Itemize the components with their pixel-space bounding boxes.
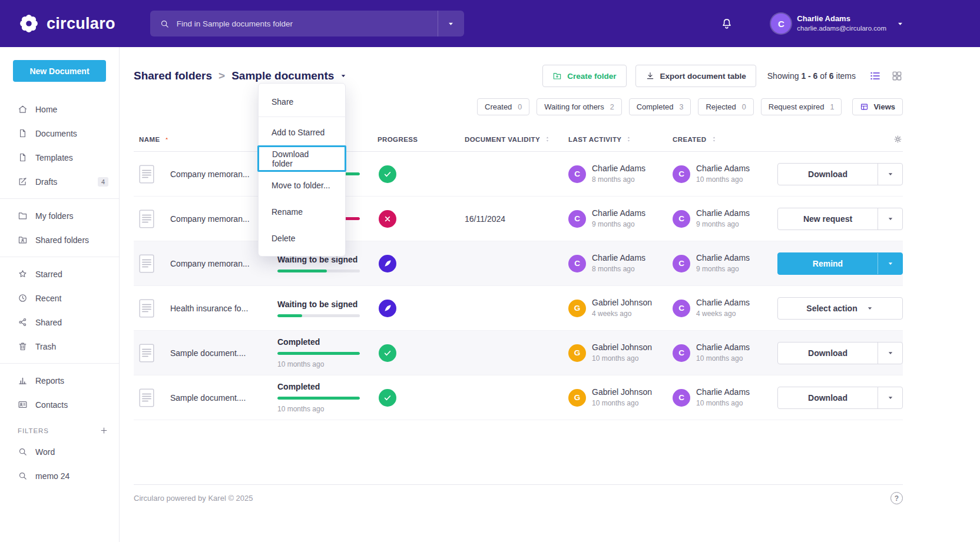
document-name: Company memoran... [170,169,250,179]
filter-chip-waiting-for-others[interactable]: Waiting for others 2 [537,98,621,115]
sidebar-item-contacts[interactable]: Contacts [0,393,119,417]
sidebar-item-reports[interactable]: Reports [0,368,119,393]
document-thumbnail-icon [139,344,154,363]
download-button[interactable]: Download [777,342,903,364]
menu-item-rename[interactable]: Rename [259,198,345,225]
person-name: Gabriel Johnson [592,343,652,353]
menu-item-move-to-folder[interactable]: Move to folder... [259,172,345,198]
time-ago: 9 months ago [696,220,750,228]
column-header-document-validity[interactable]: DOCUMENT VALIDITY [465,135,568,143]
saved-filter-word[interactable]: Word [0,440,119,464]
search-icon [160,19,170,29]
sidebar-item-shared-folders[interactable]: Shared folders [0,228,119,252]
time-ago: 9 months ago [592,220,645,228]
main-content: Shared folders > Sample documents Create… [120,47,980,542]
filter-chip-created[interactable]: Created 0 [477,98,529,115]
sidebar-item-shared[interactable]: Shared [0,310,119,334]
grid-view-toggle-icon[interactable] [891,70,903,82]
saved-filter-memo-24[interactable]: memo 24 [0,464,119,488]
new-request-button[interactable]: New request [777,208,903,230]
table-row[interactable]: Health insurance fo... Waiting to be sig… [134,286,903,331]
sidebar-divider [0,363,119,364]
breadcrumb-shared-folders[interactable]: Shared folders [134,69,212,82]
list-view-toggle-icon[interactable] [869,70,881,82]
brand-logo[interactable]: circularo [18,12,115,35]
sidebar-item-starred[interactable]: Starred [0,262,119,286]
column-header-last-activity[interactable]: LAST ACTIVITY [568,135,673,143]
document-thumbnail-icon [139,165,154,184]
sidebar-item-recent[interactable]: Recent [0,286,119,310]
action-dropdown-caret[interactable] [878,343,902,364]
download-button[interactable]: Download [777,387,903,409]
table-row[interactable]: Sample document.... Completed 10 months … [134,331,903,375]
person-name: Gabriel Johnson [592,298,652,308]
clock-icon [18,293,28,303]
sidebar-item-home[interactable]: Home [0,97,119,121]
action-dropdown-caret[interactable] [878,387,902,408]
time-ago: 10 months ago [696,354,750,363]
person-name: Charlie Adams [696,343,750,353]
sidebar-item-my-folders[interactable]: My folders [0,204,119,228]
progress-bar [277,314,360,317]
create-folder-button[interactable]: Create folder [542,65,626,87]
export-document-table-button[interactable]: Export document table [635,65,756,87]
sidebar-item-templates[interactable]: Templates [0,145,119,169]
sidebar-item-documents[interactable]: Documents [0,121,119,145]
avatar: G [568,389,586,407]
action-dropdown-caret[interactable] [878,164,902,185]
user-avatar: C [771,14,791,34]
user-menu[interactable]: C Charlie Adams charlie.adams@circularo.… [771,14,905,34]
share-icon [18,317,28,327]
sidebar-item-trash[interactable]: Trash [0,334,119,358]
filter-chip-rejected[interactable]: Rejected 0 [698,98,753,115]
table-row[interactable]: Company memoran... C Charlie Adams8 mont… [134,152,903,197]
avatar: C [673,210,690,228]
person-name: Charlie Adams [592,164,645,174]
add-filter-plus-icon[interactable] [100,426,108,435]
select-action-button[interactable]: Select action [777,297,903,320]
showing-count: Showing 1 - 6 of 6 items [767,71,856,81]
notifications-bell-icon[interactable] [720,17,733,30]
menu-item-download-folder[interactable]: Download folder [257,145,346,172]
completed-check-icon [379,389,396,407]
chip-count: 0 [518,103,522,111]
search-input[interactable] [177,19,438,28]
menu-item-delete[interactable]: Delete [259,225,345,251]
footer: Circularo powered by Karel © 2025 ? [134,484,903,511]
column-header-progress[interactable]: PROGRESS [378,136,465,143]
table-header-row: NAME STATUS PROGRESS DOCUMENT V [134,127,903,152]
table-settings-gear-icon[interactable] [893,134,903,144]
time-ago: 4 weeks ago [696,310,750,318]
table-row[interactable]: Company memoran... Waiting to be signed … [134,241,903,286]
folder-icon [18,211,28,221]
user-menu-caret-icon[interactable] [896,19,905,28]
time-ago: 8 months ago [592,175,645,184]
avatar: G [568,344,586,362]
column-header-created[interactable]: CREATED [673,135,777,143]
menu-item-add-to-starred[interactable]: Add to Starred [259,119,345,145]
status-text: Completed [277,337,320,347]
filter-chip-completed[interactable]: Completed 3 [629,98,691,115]
table-row[interactable]: Company memoran... 16/11/2024 C Charlie … [134,197,903,241]
menu-item-share[interactable]: Share [259,88,345,115]
avatar: C [568,255,586,272]
folder-menu-caret-icon[interactable] [339,72,347,80]
views-icon [860,102,869,111]
column-header-name[interactable]: NAME [139,136,170,143]
new-document-button[interactable]: New Document [13,60,106,82]
views-button[interactable]: Views [852,98,903,115]
breadcrumb-current-folder[interactable]: Sample documents [231,69,347,82]
download-button[interactable]: Download [777,163,903,185]
chip-count: 2 [610,103,614,111]
help-button[interactable]: ? [890,492,903,504]
action-dropdown-caret[interactable] [866,304,874,312]
sidebar-item-drafts[interactable]: Drafts 4 [0,169,119,194]
document-icon [18,128,28,138]
progress-bar [277,270,360,272]
action-dropdown-caret[interactable] [878,208,902,230]
filter-chip-request-expired[interactable]: Request expired 1 [761,98,842,115]
search-scope-caret[interactable] [438,11,464,36]
action-dropdown-caret[interactable] [878,253,902,274]
remind-button[interactable]: Remind [777,252,903,275]
table-row[interactable]: Sample document.... Completed 10 months … [134,375,903,420]
